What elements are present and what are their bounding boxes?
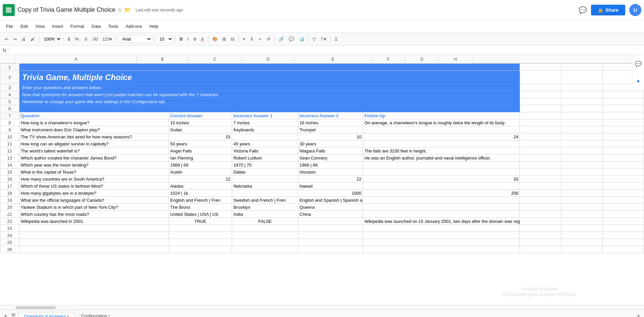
text-wrap-button[interactable]: ⤶	[256, 35, 264, 43]
fill-color-button[interactable]: 🎨	[210, 35, 220, 43]
sheet-tab-config[interactable]: Configuration ▾	[76, 312, 115, 317]
horizontal-scrollbar[interactable]	[0, 305, 644, 310]
add-sheet-button[interactable]: +	[3, 312, 8, 317]
side-comments-button[interactable]: 💬	[632, 58, 644, 70]
side-explore-button[interactable]: ✦	[632, 75, 644, 87]
row-num-26[interactable]: 26	[0, 246, 19, 253]
cell-e13[interactable]: He was an English author, journalist and…	[363, 154, 520, 162]
cell-d10[interactable]: 10	[298, 133, 363, 140]
col-header-f[interactable]: F	[372, 55, 405, 63]
row-num-17[interactable]: 17	[0, 183, 19, 190]
cell-b22[interactable]: TRUE	[169, 218, 232, 225]
row-num-9[interactable]: 9	[0, 126, 19, 133]
cell-c11[interactable]: 45 years	[232, 140, 298, 147]
cell-b18[interactable]: 1024 | 1k	[169, 190, 232, 197]
comment-button[interactable]: 💬	[579, 6, 587, 14]
cell-b10[interactable]: 15	[169, 133, 232, 140]
cell-d14[interactable]: 1966 | 66	[298, 162, 363, 169]
col-header-correct[interactable]: Correct Answer	[169, 112, 232, 119]
merge-button[interactable]: ⊟	[229, 35, 236, 43]
menu-view[interactable]: View	[32, 22, 48, 30]
cell-b19[interactable]: English and French | Fren	[169, 197, 232, 204]
col-header-incorrect1[interactable]: Incorrect Answer 1	[232, 112, 298, 119]
cell-b11[interactable]: 50 years	[169, 140, 232, 147]
cell-c22[interactable]: FALSE	[232, 218, 298, 225]
menu-tools[interactable]: Tools	[105, 22, 121, 30]
row-num-6[interactable]: 6	[0, 105, 19, 112]
cell-d21[interactable]: China	[298, 211, 363, 218]
cell-d18[interactable]: 1000	[298, 190, 363, 197]
cell-b14[interactable]: 1969 | 69	[169, 162, 232, 169]
menu-format[interactable]: Format	[67, 22, 88, 30]
row-num-14[interactable]: 14	[0, 162, 19, 169]
cell-c13[interactable]: Robert Ludlum	[232, 154, 298, 162]
row-num-2[interactable]: 2	[0, 71, 19, 84]
row-num-10[interactable]: 10	[0, 133, 19, 140]
row-num-5[interactable]: 5	[0, 98, 19, 105]
italic-button[interactable]: I	[185, 35, 191, 43]
sheets-menu-button[interactable]: ☰	[10, 311, 17, 317]
comment-tool-button[interactable]: 💬	[287, 35, 296, 43]
star-icon[interactable]: ☆	[117, 7, 122, 13]
cell-e18[interactable]: 256	[363, 190, 520, 197]
doc-title[interactable]: Copy of Trivia Game Multiple Choice	[17, 6, 115, 13]
cell-d20[interactable]: Queens	[298, 204, 363, 211]
font-select[interactable]: Arial Times New Roman Courier New	[118, 35, 152, 43]
row-num-21[interactable]: 21	[0, 211, 19, 218]
cell-b21[interactable]: United States | USA | US	[169, 211, 232, 218]
redo-button[interactable]: ↪	[11, 35, 19, 43]
row-num-23[interactable]: 23	[0, 225, 19, 232]
col-header-d[interactable]: D	[242, 55, 294, 63]
cell-a10[interactable]: The TV show American Idol aired for how …	[19, 133, 169, 140]
row-num-16[interactable]: 16	[0, 176, 19, 183]
cell-c9[interactable]: Keyboards	[232, 126, 298, 133]
cell-c12[interactable]: Victoria Falls	[232, 147, 298, 154]
title-cell[interactable]: Trivia Game, Multiple Choice	[19, 71, 520, 84]
currency-button[interactable]: $	[66, 35, 72, 43]
align-v-button[interactable]: ⇕	[248, 35, 256, 43]
cell-c18[interactable]	[232, 190, 298, 197]
cell-e19[interactable]	[363, 197, 520, 204]
cell-a11[interactable]: How long can an alligator survive in cap…	[19, 140, 169, 147]
cell-e10[interactable]: 24	[363, 133, 520, 140]
row-num-25[interactable]: 25	[0, 239, 19, 246]
cell-e21[interactable]	[363, 211, 520, 218]
row-num-3[interactable]: 3	[0, 84, 19, 91]
row-num-15[interactable]: 15	[0, 169, 19, 176]
cell-e22[interactable]: Wikipedia was launched on 15 January 200…	[363, 218, 520, 225]
avatar[interactable]: U	[629, 4, 641, 16]
text-color-button[interactable]: A	[199, 35, 206, 43]
cell-a20[interactable]: Yankee Stadium is in which part of New Y…	[19, 204, 169, 211]
cell-d17[interactable]: Hawaii	[298, 183, 363, 190]
row-num-7[interactable]: 7	[0, 112, 19, 119]
cell-d8[interactable]: 16 inches	[298, 119, 363, 126]
cell-a8[interactable]: How long is a chameleon's tongue?	[19, 119, 169, 126]
col-header-incorrect2[interactable]: Incorrect Answer 2	[298, 112, 363, 119]
row-num-12[interactable]: 12	[0, 147, 19, 154]
more-formats-button[interactable]: 123▾	[101, 35, 114, 43]
folder-icon[interactable]: 📁	[124, 7, 131, 13]
cell-c17[interactable]: Nebraska	[232, 183, 298, 190]
percent-button[interactable]: %	[73, 35, 81, 43]
formula-input[interactable]	[12, 48, 641, 53]
borders-button[interactable]: ⊞	[220, 35, 228, 43]
cell-e16[interactable]: 33	[363, 176, 520, 183]
function-button[interactable]: Σ	[333, 35, 339, 43]
strikethrough-button[interactable]: S	[191, 35, 198, 43]
row-num-20[interactable]: 20	[0, 204, 19, 211]
cell-b12[interactable]: Angel Falls	[169, 147, 232, 154]
cell-b17[interactable]: Alaska	[169, 183, 232, 190]
cell-d19[interactable]: English and Spanish | Spanish and Englis…	[298, 197, 363, 204]
format-paint-button[interactable]: 🖌	[29, 35, 37, 43]
scrollbar-thumb-h[interactable]	[15, 306, 56, 309]
cell-a9[interactable]: What instrument does Eric Clapton play?	[19, 126, 169, 133]
cell-a16[interactable]: How many countries are in South America?	[19, 176, 169, 183]
chart-button[interactable]: 📊	[297, 35, 306, 43]
decimal-dec-button[interactable]: .0	[82, 35, 89, 43]
cell-b15[interactable]: Austin	[169, 169, 232, 176]
cell-a19[interactable]: What are the official languages of Canad…	[19, 197, 169, 204]
cell-b20[interactable]: The Bronx	[169, 204, 232, 211]
cell-c14[interactable]: 1970 | 70	[232, 162, 298, 169]
cell-a22[interactable]: Wikipedia was launched in 2001.	[19, 218, 169, 225]
cell-b8[interactable]: 10 inches	[169, 119, 232, 126]
